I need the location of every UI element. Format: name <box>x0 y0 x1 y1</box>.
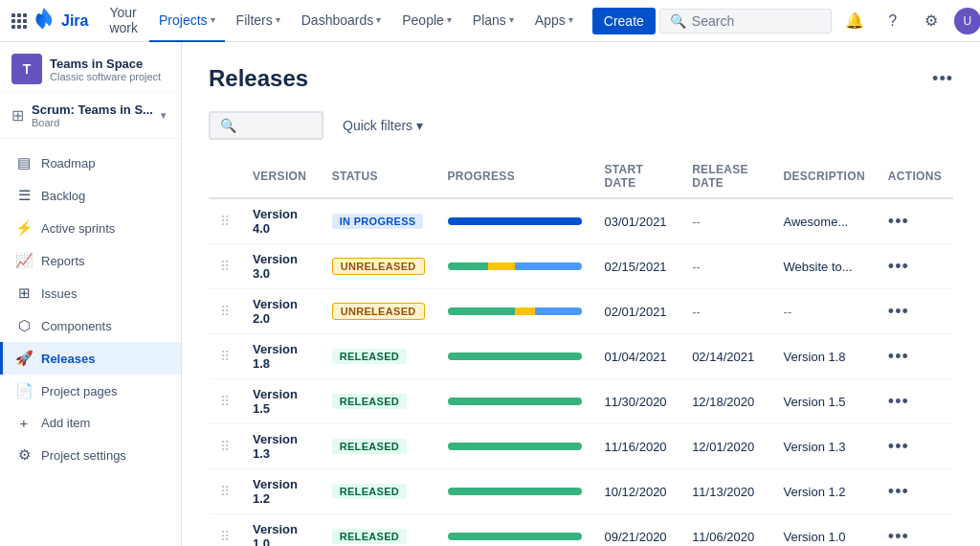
issues-icon: ⊞ <box>14 284 33 302</box>
sidebar-item-components[interactable]: ⬡Components <box>0 309 181 342</box>
svg-rect-3 <box>11 19 15 23</box>
row-actions-menu[interactable]: ••• <box>888 482 909 501</box>
jira-logo[interactable]: Jira <box>31 8 88 34</box>
col-version: Version <box>241 155 321 198</box>
progress-bar <box>448 398 582 405</box>
filters-chevron: ▾ <box>276 14 280 25</box>
search-icon: 🔍 <box>670 13 686 29</box>
drag-handle[interactable]: ⠿ <box>220 304 230 319</box>
start-date: 03/01/2021 <box>605 215 667 229</box>
drag-handle[interactable]: ⠿ <box>220 484 230 499</box>
board-icon: ⊞ <box>11 106 24 125</box>
topnav-nav: Your work Projects ▾ Filters ▾ Dashboard… <box>100 0 655 42</box>
apps-chevron: ▾ <box>568 14 573 25</box>
version-name: Version 2.0 <box>253 297 298 326</box>
project-name: Teams in Space <box>50 57 169 71</box>
board-name: Scrum: Teams in S... <box>32 102 153 117</box>
col-status: Status <box>321 155 436 198</box>
drag-handle[interactable]: ⠿ <box>220 349 230 364</box>
project-settings-icon: ⚙ <box>14 446 33 464</box>
nav-apps[interactable]: Apps ▾ <box>525 0 583 42</box>
avatar[interactable]: U <box>954 8 980 34</box>
board-chevron: ▾ <box>161 109 167 122</box>
status-badge: RELEASED <box>332 484 407 499</box>
start-date: 02/15/2021 <box>605 260 667 274</box>
svg-rect-6 <box>11 25 15 29</box>
main-content: Releases ••• 🔍 Quick filters ▾ Version S… <box>182 42 980 546</box>
grid-menu-icon[interactable] <box>11 8 27 34</box>
sidebar-board[interactable]: ⊞ Scrum: Teams in S... Board ▾ <box>0 93 181 139</box>
drag-handle[interactable]: ⠿ <box>220 214 230 229</box>
drag-handle[interactable]: ⠿ <box>220 394 230 409</box>
search-icon: 🔍 <box>220 118 236 133</box>
sidebar-item-roadmap[interactable]: ▤Roadmap <box>0 147 181 179</box>
status-badge: UNRELEASED <box>332 303 425 320</box>
nav-people[interactable]: People ▾ <box>392 0 461 42</box>
progress-bar <box>448 262 582 270</box>
releases-search[interactable]: 🔍 <box>209 111 323 140</box>
col-description: Description <box>772 155 877 198</box>
drag-handle[interactable]: ⠿ <box>220 259 230 274</box>
sidebar-item-issues[interactable]: ⊞Issues <box>0 277 181 309</box>
people-chevron: ▾ <box>447 14 452 25</box>
sidebar-item-add-item[interactable]: +Add item <box>0 407 181 439</box>
table-row: ⠿ Version 1.3 RELEASED 11/16/2020 12/01/… <box>209 424 953 469</box>
nav-projects[interactable]: Projects ▾ <box>149 0 225 42</box>
nav-your-work[interactable]: Your work <box>100 0 147 42</box>
page-header: Releases ••• <box>209 65 953 92</box>
nav-dashboards[interactable]: Dashboards ▾ <box>292 0 391 42</box>
progress-bar <box>448 443 582 450</box>
page-more-menu[interactable]: ••• <box>932 69 953 89</box>
dashboards-chevron: ▾ <box>376 14 381 25</box>
version-name: Version 4.0 <box>253 207 298 236</box>
sidebar-item-backlog[interactable]: ☰Backlog <box>0 179 181 212</box>
sidebar-menu: ▤Roadmap☰Backlog⚡Active sprints📈Reports⊞… <box>0 139 181 546</box>
backlog-icon: ☰ <box>14 187 33 204</box>
row-actions-menu[interactable]: ••• <box>888 527 909 546</box>
svg-rect-8 <box>23 25 27 29</box>
sidebar-item-project-pages[interactable]: 📄Project pages <box>0 375 181 407</box>
row-actions-menu[interactable]: ••• <box>888 257 909 276</box>
table-row: ⠿ Version 4.0 IN PROGRESS 03/01/2021 -- … <box>209 198 953 244</box>
progress-bar <box>448 488 582 495</box>
col-actions: Actions <box>877 155 953 198</box>
drag-handle[interactable]: ⠿ <box>220 439 230 454</box>
sidebar-item-project-settings[interactable]: ⚙Project settings <box>0 439 181 471</box>
nav-plans[interactable]: Plans ▾ <box>463 0 523 42</box>
sidebar-item-active-sprints[interactable]: ⚡Active sprints <box>0 212 181 244</box>
row-actions-menu[interactable]: ••• <box>888 437 909 456</box>
progress-bar <box>448 353 582 360</box>
roadmap-icon: ▤ <box>14 154 33 171</box>
notifications-button[interactable]: 🔔 <box>839 6 870 36</box>
version-name: Version 1.0 <box>253 522 298 546</box>
row-actions-menu[interactable]: ••• <box>888 212 909 231</box>
status-badge: UNRELEASED <box>332 258 425 275</box>
row-actions-menu[interactable]: ••• <box>888 392 909 411</box>
drag-handle[interactable]: ⠿ <box>220 529 230 544</box>
start-date: 02/01/2021 <box>605 305 667 319</box>
table-row: ⠿ Version 1.5 RELEASED 11/30/2020 12/18/… <box>209 379 953 424</box>
row-actions-menu[interactable]: ••• <box>888 302 909 321</box>
active-sprints-icon: ⚡ <box>14 219 33 237</box>
status-badge: IN PROGRESS <box>332 214 424 229</box>
row-actions-menu[interactable]: ••• <box>888 347 909 366</box>
sidebar-item-reports[interactable]: 📈Reports <box>0 244 181 277</box>
projects-chevron: ▾ <box>211 14 215 25</box>
quick-filters-chevron: ▾ <box>416 118 423 133</box>
nav-filters[interactable]: Filters ▾ <box>227 0 290 42</box>
topnav: Jira Your work Projects ▾ Filters ▾ Dash… <box>0 0 980 42</box>
search-bar[interactable]: 🔍 Search <box>659 9 832 34</box>
create-button[interactable]: Create <box>592 8 656 34</box>
board-label: Board <box>32 117 153 128</box>
sidebar-project[interactable]: T Teams in Space Classic software projec… <box>0 42 181 93</box>
sidebar-item-releases[interactable]: 🚀Releases <box>0 342 181 375</box>
progress-bar <box>448 217 582 225</box>
col-progress: Progress <box>436 155 593 198</box>
settings-button[interactable]: ⚙ <box>916 6 947 36</box>
version-name: Version 1.2 <box>253 477 298 506</box>
table-row: ⠿ Version 1.0 RELEASED 09/21/2020 11/06/… <box>209 514 953 547</box>
status-badge: RELEASED <box>332 394 407 409</box>
svg-rect-1 <box>17 13 21 17</box>
help-button[interactable]: ? <box>878 6 908 36</box>
quick-filters-button[interactable]: Quick filters ▾ <box>335 114 431 137</box>
